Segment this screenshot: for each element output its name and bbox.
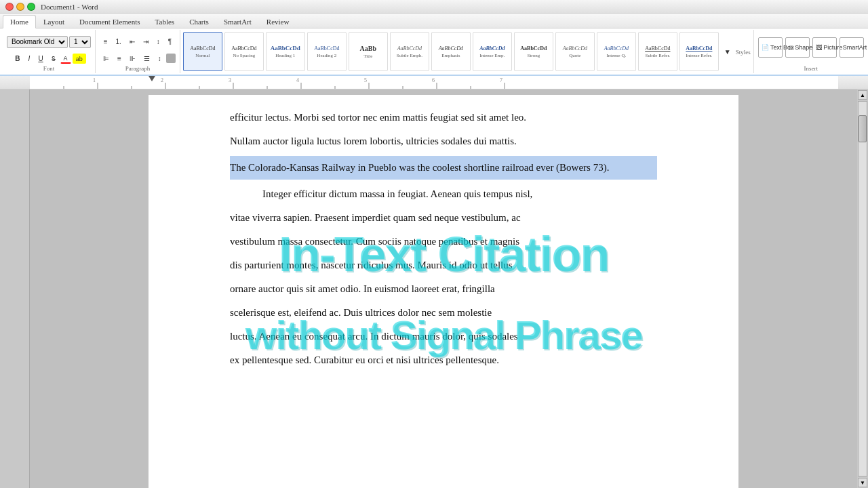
title-bar: Document1 - Word [0, 0, 868, 14]
window-title: Document1 - Word [41, 3, 98, 11]
style-strong[interactable]: AaBbCcDd Strong [514, 32, 553, 71]
style-heading1[interactable]: AaBbCcDd Heading 1 [266, 32, 305, 71]
svg-text:2: 2 [161, 77, 163, 83]
style-heading2[interactable]: AaBbCcDd Heading 2 [307, 32, 347, 71]
scroll-up-button[interactable]: ▲ [858, 90, 867, 100]
paragraph-section-label: Paragraph [125, 65, 150, 72]
paragraph-body-6-text: scelerisque est, eleifend ac. Duis ultri… [230, 307, 492, 318]
font-color-button[interactable]: A [60, 54, 71, 64]
svg-text:3: 3 [229, 77, 231, 83]
paragraph-body-3-text: vestibulum massa consectetur. Cum sociis… [230, 236, 519, 247]
paragraph-body: Integer efficitur dictum massa in feugia… [230, 185, 657, 203]
shading-button[interactable] [166, 54, 176, 63]
ruler: 1 2 3 4 5 6 7 [0, 76, 868, 89]
number-list-button[interactable]: 1. [112, 37, 124, 47]
paragraph-2-text: Nullam auctor ligula luctus lorem lobort… [230, 136, 517, 146]
ribbon-tabs: Home Layout Document Elements Tables Cha… [0, 14, 868, 28]
font-family-selector[interactable]: Bookmark Old Style Arial Times New Roman [7, 36, 68, 48]
paragraph-body-4: dis parturient montes, nascetur ridiculu… [230, 256, 657, 274]
right-scrollbar[interactable]: ▲ ▼ [857, 89, 868, 488]
styles-more-button[interactable]: ▼ [721, 47, 734, 57]
style-no-spacing[interactable]: AaBbCcDd No Spacing [224, 32, 264, 71]
paragraph-body-8: ex pellentesque sed. Curabitur eu orci e… [230, 351, 657, 369]
paragraph-body-7-text: luctus. Aenean eu consequat arcu. In dic… [230, 331, 518, 342]
tab-home[interactable]: Home [3, 15, 36, 28]
insert-controls: 📄 Text Box ◻ Shape 🖼 Picture SmartArt [758, 31, 864, 64]
ribbon-paragraph-section: ≡ 1. ⇤ ⇥ ↕ ¶ ⊫ ≡ ⊪ ☰ ↕ Paragraph [96, 30, 180, 73]
paragraph-body-7: luctus. Aenean eu consequat arcu. In dic… [230, 327, 657, 346]
tab-smartart[interactable]: SmartArt [216, 15, 259, 28]
sort-button[interactable]: ↕ [153, 37, 163, 47]
document-page[interactable]: efficitur lectus. Morbi sed tortor nec e… [149, 95, 738, 488]
close-button[interactable] [5, 3, 14, 11]
paragraph-controls: ≡ 1. ⇤ ⇥ ↕ ¶ [100, 31, 176, 52]
align-right-button[interactable]: ⊪ [126, 54, 139, 64]
svg-text:4: 4 [296, 77, 299, 83]
smartart-button[interactable]: SmartArt [840, 37, 864, 58]
paragraph-body-2: vitae viverra sapien. Praesent imperdiet… [230, 209, 657, 227]
style-intense-quote[interactable]: AaBbCcDd Intense Q. [597, 32, 636, 71]
svg-text:1: 1 [93, 77, 96, 83]
style-quote[interactable]: AaBbCcDd Quote [555, 32, 595, 71]
insert-section-label: Insert [804, 65, 818, 72]
style-intense-emphasis[interactable]: AaBbCcDd Intense Emp. [473, 32, 512, 71]
text-box-button[interactable]: 📄 Text Box [758, 37, 783, 58]
styles-section-label: Styles [736, 49, 751, 56]
font-size-selector[interactable]: 12 10 11 14 [69, 36, 91, 48]
show-para-button[interactable]: ¶ [165, 37, 175, 47]
style-subtle-emphasis[interactable]: AaBbCcDd Subtle Emph. [390, 32, 429, 71]
scrollbar-thumb[interactable] [859, 115, 867, 142]
ribbon: Bookmark Old Style Arial Times New Roman… [0, 28, 868, 76]
tab-charts[interactable]: Charts [182, 15, 216, 28]
align-left-button[interactable]: ⊫ [100, 54, 113, 64]
ribbon-font-section: Bookmark Old Style Arial Times New Roman… [3, 30, 96, 73]
window-controls[interactable] [5, 3, 35, 11]
align-center-button[interactable]: ≡ [114, 54, 125, 64]
paragraph-body-2-text: vitae viverra sapien. Praesent imperdiet… [230, 212, 521, 223]
paragraph-body-6: scelerisque est, eleifend ac. Duis ultri… [230, 304, 657, 322]
ruler-inner: 1 2 3 4 5 6 7 [30, 76, 838, 89]
main-area: efficitur lectus. Morbi sed tortor nec e… [0, 89, 868, 488]
style-subtle-reference[interactable]: AaBbCcDd Subtle Refer. [638, 32, 677, 71]
svg-text:6: 6 [432, 77, 435, 83]
left-margin-bar [0, 89, 30, 488]
tab-review[interactable]: Review [259, 15, 297, 28]
paragraph-2: Nullam auctor ligula luctus lorem lobort… [230, 132, 657, 150]
paragraph-body-5-text: ornare auctor quis sit amet odio. In eui… [230, 283, 495, 294]
tab-document-elements[interactable]: Document Elements [72, 15, 148, 28]
shape-button[interactable]: ◻ Shape [785, 37, 810, 58]
style-title[interactable]: AaBb Title [349, 32, 388, 71]
underline-button[interactable]: U [35, 54, 46, 64]
paragraph-highlighted: The Colorado-Kansas Railway in Pueblo wa… [230, 156, 657, 180]
highlighted-quote-text: The Colorado-Kansas Railway in Pueblo wa… [230, 162, 609, 173]
style-emphasis[interactable]: AaBbCcDd Emphasis [431, 32, 471, 71]
bold-button[interactable]: B [12, 54, 23, 64]
maximize-button[interactable] [27, 3, 35, 11]
picture-button[interactable]: 🖼 Picture [812, 37, 837, 58]
tab-tables[interactable]: Tables [148, 15, 182, 28]
italic-button[interactable]: I [25, 54, 34, 64]
scroll-down-button[interactable]: ▼ [858, 478, 867, 487]
paragraph-1: efficitur lectus. Morbi sed tortor nec e… [230, 108, 657, 127]
strikethrough-button[interactable]: S̶ [48, 54, 59, 64]
paragraph-body-8-text: ex pellentesque sed. Curabitur eu orci e… [230, 354, 499, 365]
style-intense-reference[interactable]: AaBbCcDd Intense Refer. [679, 32, 719, 71]
ribbon-styles-section: AaBbCcDd Normal AaBbCcDd No Spacing AaBb… [180, 30, 754, 73]
justify-button[interactable]: ☰ [140, 54, 153, 64]
svg-marker-21 [149, 76, 155, 81]
highlight-button[interactable]: ab [73, 54, 86, 64]
svg-text:7: 7 [500, 77, 502, 83]
indent-left-button[interactable]: ⇤ [126, 37, 138, 47]
minimize-button[interactable] [16, 3, 24, 11]
tab-layout[interactable]: Layout [36, 15, 72, 28]
style-normal[interactable]: AaBbCcDd Normal [183, 32, 222, 71]
paragraph-body-4-text: dis parturient montes, nascetur ridiculu… [230, 260, 513, 270]
indent-right-button[interactable]: ⇥ [140, 37, 152, 47]
svg-text:5: 5 [364, 77, 367, 83]
paragraph-body-text: Integer efficitur dictum massa in feugia… [262, 188, 532, 199]
scrollbar-track[interactable] [858, 101, 867, 476]
document-container: efficitur lectus. Morbi sed tortor nec e… [30, 89, 857, 488]
font-controls: Bookmark Old Style Arial Times New Roman… [7, 31, 91, 52]
line-spacing-button[interactable]: ↕ [155, 54, 165, 64]
bullet-list-button[interactable]: ≡ [100, 37, 111, 47]
